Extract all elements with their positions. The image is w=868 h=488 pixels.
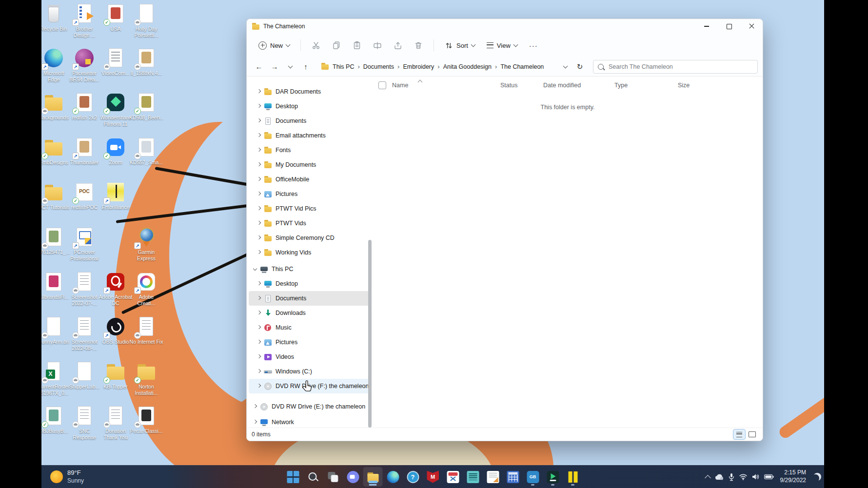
delete-button[interactable] <box>409 37 428 54</box>
sort-button[interactable]: Sort <box>440 38 480 53</box>
taskbar-grid-app-button[interactable] <box>503 467 523 487</box>
column-header-date-modified[interactable]: Date modified <box>541 82 612 89</box>
desktop-icon-holly-day-poinsetti[interactable]: Holly Day Poinsetti... <box>129 3 163 39</box>
file-explorer-window[interactable]: The Chameleon New <box>246 19 763 441</box>
chevron-right-icon[interactable] <box>257 369 261 372</box>
taskbar-gb-app-button[interactable]: GB <box>523 467 543 487</box>
taskbar-mcafee-button[interactable]: M <box>423 467 443 487</box>
taskbar-edge-button[interactable] <box>383 467 403 487</box>
chevron-right-icon[interactable] <box>257 89 261 93</box>
desktop-icon-dbjbusyb[interactable]: ✓DBJBusyB... <box>41 405 71 434</box>
taskbar-start-button[interactable] <box>283 467 303 487</box>
desktop-icon-snc-response[interactable]: SNC Response <box>67 405 101 441</box>
desktop-icon-pacesetter-bes4-drea[interactable]: ↗Pacesetter BES4 Drea... <box>67 47 101 83</box>
desktop-icon-allbrandsfl[interactable]: AllbrandsFl... <box>41 271 71 300</box>
tree-item-email-attachments[interactable]: Email attachments <box>249 128 370 143</box>
clock[interactable]: 2:15 PM 9/29/2022 <box>780 469 806 484</box>
tree-item-documents[interactable]: Documents <box>249 114 370 128</box>
chevron-right-icon[interactable] <box>257 339 261 343</box>
desktop-icon-kd557-sma[interactable]: KD557_Sma... <box>129 137 163 166</box>
desktop-icon-il-1588xn-4[interactable]: Il_1588xN.4... <box>129 47 163 77</box>
breadcrumb-this-pc[interactable]: This PC <box>330 62 356 72</box>
column-header-name[interactable]: Name <box>373 81 498 89</box>
refresh-button[interactable]: ↻ <box>572 62 587 71</box>
navigation-pane[interactable]: DAR DocumentsDesktopDocumentsEmail attac… <box>247 77 373 429</box>
volume-icon[interactable] <box>752 473 760 480</box>
hidden-icons-chevron-icon[interactable] <box>705 475 711 481</box>
desktop-icon-pcmover-professional[interactable]: ↗PCmover Professional <box>67 226 101 262</box>
desktop-icon-shipperlab[interactable]: ShipperLab... <box>67 361 101 390</box>
tree-item-dvd-rw-drive-e-the-chameleon[interactable]: DVD RW Drive (E:) the chameleon <box>249 399 370 414</box>
breadcrumb-anita-gooddesign[interactable]: Anita Gooddesign <box>441 62 494 72</box>
taskbar-yellow-bars-app-button[interactable] <box>563 467 583 487</box>
tree-item-dar-documents[interactable]: DAR Documents <box>249 84 370 99</box>
new-button[interactable]: New <box>254 38 295 53</box>
tree-item-fonts[interactable]: Fonts <box>249 143 370 157</box>
window-titlebar[interactable]: The Chameleon <box>247 19 763 34</box>
desktop-icon-backgrounds[interactable]: Backgrounds <box>41 92 71 121</box>
tree-item-officemobile[interactable]: OfficeMobile <box>249 172 370 187</box>
column-header-status[interactable]: Status <box>498 82 541 89</box>
desktop-icon-redfish-2x2[interactable]: ✓redfish 2x2 <box>67 92 101 121</box>
desktop-icon-brother-design[interactable]: ↗Brother Design ... <box>67 3 101 39</box>
select-all-checkbox[interactable] <box>378 81 386 89</box>
chevron-right-icon[interactable] <box>257 176 261 180</box>
microphone-icon[interactable] <box>729 473 734 481</box>
tree-item-ptwt-vid-pics[interactable]: PTWT Vid Pics <box>249 201 370 216</box>
desktop-icon-kd508-beeh[interactable]: ✓KD508_Beeh... <box>129 92 163 121</box>
desktop-icon-obs-studio[interactable]: ↗OBS Studio <box>99 316 133 345</box>
wifi-icon[interactable] <box>739 473 748 480</box>
paste-button[interactable] <box>348 37 366 54</box>
chevron-right-icon[interactable] <box>257 220 261 224</box>
see-more-button[interactable]: ··· <box>524 38 543 53</box>
rename-button[interactable] <box>368 37 387 54</box>
nav-scrollbar[interactable] <box>368 240 372 428</box>
weather-widget[interactable]: 89°F Sunny <box>46 466 88 488</box>
taskbar-file-explorer-button[interactable] <box>363 467 383 487</box>
tree-item-pictures[interactable]: Pictures <box>249 187 370 201</box>
desktop-icon-usa[interactable]: ✓USA <box>99 3 133 32</box>
tree-item-simple-ceremony-cd[interactable]: Simple Ceremony CD <box>249 231 370 245</box>
taskbar-get-help-button[interactable]: ? <box>403 467 423 487</box>
taskbar-task-view-button[interactable] <box>323 467 343 487</box>
copy-button[interactable] <box>327 37 346 54</box>
address-dropdown-button[interactable] <box>558 60 572 74</box>
chevron-right-icon[interactable] <box>257 118 261 122</box>
desktop-icon-screenshot-2022-08[interactable]: Screenshot 2022-08-... <box>67 316 101 351</box>
desktop-icon-thumbnailer[interactable]: ↗Thumbnailer <box>67 137 101 166</box>
view-button[interactable]: View <box>482 39 522 53</box>
desktop[interactable]: Recycle Bin↗Brother Design ...✓USAHolly … <box>41 0 824 488</box>
chevron-right-icon[interactable] <box>257 325 261 329</box>
desktop-icon-currentroster-6196tx-0[interactable]: XCurrentRoster -6196TX_0... <box>41 361 71 396</box>
chevron-right-icon[interactable] <box>257 383 261 387</box>
chevron-right-icon[interactable] <box>257 354 261 358</box>
taskbar-search-button[interactable] <box>303 467 323 487</box>
minimize-button[interactable] <box>695 19 718 34</box>
tree-item-ptwt-vids[interactable]: PTWT Vids <box>249 216 370 231</box>
desktop-icon-norton-installati[interactable]: ✓Norton Installati... <box>129 361 163 396</box>
details-view-button[interactable] <box>733 429 745 439</box>
desktop-icon-donation-thank-you[interactable]: Donation Thank You <box>99 405 133 441</box>
desktop-icon-no-internet-fix[interactable]: No Internet Fix <box>129 316 163 345</box>
up-button[interactable]: ↑ <box>298 60 313 74</box>
desktop-icon-qct-tutorials[interactable]: QCT Tutorials <box>41 181 71 211</box>
focus-assist-moon-icon[interactable] <box>813 473 821 481</box>
column-header-type[interactable]: Type <box>612 82 676 89</box>
desktop-icon-adobe-acrobat-dc[interactable]: ↗Adobe Acrobat DC <box>99 271 133 307</box>
search-box[interactable] <box>593 60 758 74</box>
taskbar-snipping-tool-button[interactable] <box>443 467 463 487</box>
desktop-icon-zoom[interactable]: ✓Zoom <box>99 137 133 166</box>
chevron-right-icon[interactable] <box>257 206 261 210</box>
desktop-icon-redfishpoc[interactable]: POC✓redfishPOC <box>67 181 101 211</box>
desktop-icon-wondershare-filmora-11[interactable]: ✓Wondershare Filmora 11 <box>99 92 133 127</box>
chevron-right-icon[interactable] <box>257 103 261 107</box>
tree-item-working-vids[interactable]: Working Vids <box>249 245 370 260</box>
chevron-right-icon[interactable] <box>257 235 261 239</box>
column-header-size[interactable]: Size <box>676 82 715 89</box>
taskbar-publisher-doc-button[interactable] <box>483 467 503 487</box>
desktop-icon-screenshot-2022-07[interactable]: Screenshot 2022-07-... <box>67 271 101 307</box>
desktop-icon-bunnyarm-bri[interactable]: BunnyArm.bri <box>41 316 71 345</box>
desktop-icon-garmin-express[interactable]: ↗Garmin Express <box>129 226 163 262</box>
tree-item-pictures[interactable]: Pictures <box>249 335 370 350</box>
onedrive-icon[interactable] <box>714 473 724 480</box>
